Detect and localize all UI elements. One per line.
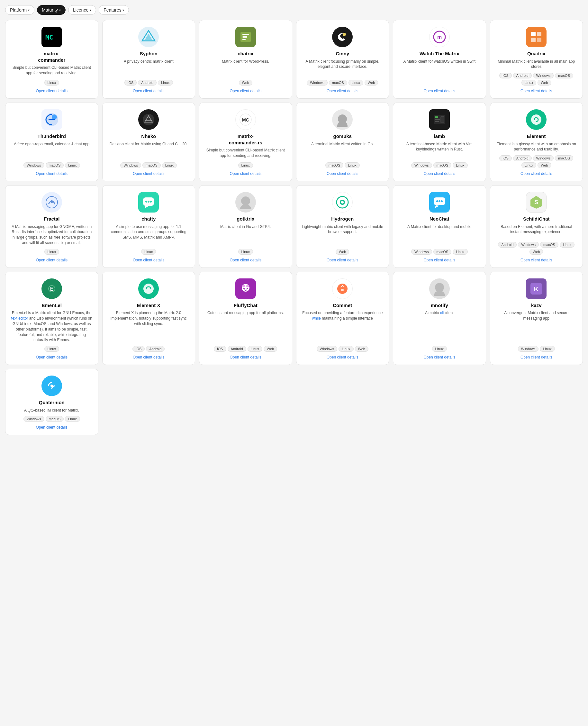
client-card-cinny: Cinny A Matrix client focusing primarily… (296, 20, 389, 99)
svg-rect-4 (243, 34, 249, 35)
tag-ios: iOS (214, 346, 226, 352)
tag-windows: Windows (23, 416, 44, 422)
client-logo-iamb (429, 109, 450, 133)
client-link-chatty[interactable]: Open client details (133, 258, 165, 262)
tag-web: Web (538, 80, 551, 85)
client-desc-iamb: A terminal-based Matrix client with Vim … (398, 142, 481, 160)
client-link-nheko[interactable]: Open client details (133, 171, 165, 176)
tag-android: Android (498, 242, 517, 248)
client-link-fluffychat[interactable]: Open client details (230, 355, 261, 359)
client-link-kazv[interactable]: Open client details (521, 355, 552, 359)
client-link-quaternion[interactable]: Open client details (36, 425, 67, 430)
client-tags-iamb: WindowsmacOSLinux (411, 162, 468, 168)
client-link-ementel[interactable]: Open client details (36, 355, 67, 359)
client-name-fractal: Fractal (44, 216, 60, 222)
svg-rect-6 (243, 39, 246, 40)
client-link-syphon[interactable]: Open client details (133, 89, 165, 93)
client-logo-chatrix (235, 27, 256, 50)
tag-linux: Linux (560, 242, 574, 248)
client-card-nheko: Nheko Desktop client for Matrix using Qt… (102, 103, 195, 181)
client-logo-gomuks (332, 109, 353, 133)
tag-ios: iOS (132, 346, 145, 352)
client-logo-quaternion (41, 376, 62, 399)
tag-windows: Windows (120, 162, 141, 168)
client-card-mnotify: mnotify A matrix cli client Linux Open c… (393, 272, 486, 365)
client-link-quadrix[interactable]: Open client details (521, 89, 552, 93)
svg-point-38 (341, 201, 344, 204)
tag-windows: Windows (317, 346, 338, 352)
client-logo-schildichat: S (526, 192, 547, 216)
client-desc-watchthematrix: A Matrix client for watchOS written in S… (403, 59, 476, 86)
client-link-cinny[interactable]: Open client details (327, 89, 358, 93)
svg-text:S: S (534, 199, 538, 205)
client-desc-nheko: Desktop client for Matrix using Qt and C… (110, 142, 188, 160)
tag-web: Web (529, 249, 543, 255)
client-card-ementel: E Ement.el Ement.el is a Matrix client f… (5, 272, 98, 365)
client-tags-gotktrix: Linux (238, 249, 253, 255)
client-link-hydrogen[interactable]: Open client details (327, 258, 358, 262)
client-grid: MC matrix-commander Simple but convenien… (5, 20, 583, 435)
client-tags-quaternion: WindowsmacOSLinux (23, 416, 80, 422)
filter-features[interactable]: Features ▾ (99, 5, 129, 15)
tag-ios: iOS (124, 80, 136, 85)
tag-web: Web (538, 162, 551, 168)
tag-linux: Linux (248, 346, 262, 352)
client-link-matrix-commander-rs[interactable]: Open client details (230, 171, 261, 176)
filter-bar: Platform ▾ Maturity ▾ Licence ▾ Features… (5, 5, 583, 15)
client-desc-matrix-commander-rs: Simple but convenient CLI-based Matrix c… (205, 148, 287, 159)
client-link-fractal[interactable]: Open client details (36, 258, 67, 262)
client-link-elementx[interactable]: Open client details (133, 355, 165, 359)
tag-linux: Linux (162, 162, 177, 168)
tag-macos: macOS (433, 162, 452, 168)
tag-android: Android (228, 346, 246, 352)
filter-licence-label: Licence (73, 7, 88, 13)
svg-point-51 (246, 285, 249, 287)
client-tags-quadrix: iOSAndroidWindowsmacOSLinuxWeb (496, 72, 578, 85)
client-tags-element: iOSAndroidWindowsmacOSLinuxWeb (496, 155, 578, 168)
filter-platform[interactable]: Platform ▾ (5, 5, 35, 15)
tag-windows: Windows (518, 242, 539, 248)
client-link-watchthematrix[interactable]: Open client details (423, 89, 455, 93)
tag-linux: Linux (349, 80, 363, 85)
client-card-fluffychat: FluffyChat Cute instant messaging app fo… (199, 272, 292, 365)
client-link-thunderbird[interactable]: Open client details (36, 171, 67, 176)
client-desc-fluffychat: Cute instant messaging app for all platf… (207, 310, 284, 343)
chevron-down-icon: ▾ (123, 8, 124, 12)
client-link-element[interactable]: Open client details (521, 171, 552, 176)
filter-maturity-label: Maturity (42, 7, 58, 13)
svg-text:E: E (50, 286, 54, 292)
svg-rect-24 (435, 119, 440, 120)
tag-macos: macOS (555, 155, 573, 161)
client-link-matrix-commander[interactable]: Open client details (36, 89, 67, 93)
client-name-cinny: Cinny (336, 50, 349, 57)
client-name-matrix-commander: matrix-commander (38, 50, 65, 63)
client-desc-quadrix: Minimal Matrix client available in all m… (496, 59, 578, 70)
client-tags-syphon: iOSAndroidLinux (124, 80, 173, 85)
client-tags-elementx: iOSAndroid (132, 346, 165, 352)
client-name-quaternion: Quaternion (39, 399, 65, 406)
client-link-neochat[interactable]: Open client details (423, 258, 455, 262)
client-name-iamb: iamb (434, 133, 445, 140)
tag-linux: Linux (141, 249, 156, 255)
client-name-watchthematrix: Watch The Matrix (420, 50, 459, 57)
client-link-iamb[interactable]: Open client details (423, 171, 455, 176)
client-logo-quadrix (526, 27, 547, 50)
filter-licence[interactable]: Licence ▾ (68, 5, 96, 15)
tag-linux: Linux (158, 80, 173, 85)
client-link-chatrix[interactable]: Open client details (230, 89, 261, 93)
client-card-element: Element Element is a glossy client with … (490, 103, 583, 181)
client-link-schildichat[interactable]: Open client details (521, 258, 552, 262)
tag-android: Android (146, 346, 165, 352)
client-link-gomuks[interactable]: Open client details (327, 171, 358, 176)
client-link-commet[interactable]: Open client details (327, 355, 358, 359)
client-logo-ementel: E (41, 278, 62, 302)
client-link-mnotify[interactable]: Open client details (423, 355, 455, 359)
client-logo-hydrogen (332, 192, 353, 216)
filter-maturity[interactable]: Maturity ▾ (37, 5, 66, 15)
client-name-elementx: Element X (137, 302, 161, 309)
client-logo-watchthematrix: m (429, 27, 450, 50)
svg-point-16 (52, 115, 57, 120)
tag-macos: macOS (46, 162, 64, 168)
svg-point-53 (247, 288, 248, 289)
client-link-gotktrix[interactable]: Open client details (230, 258, 261, 262)
